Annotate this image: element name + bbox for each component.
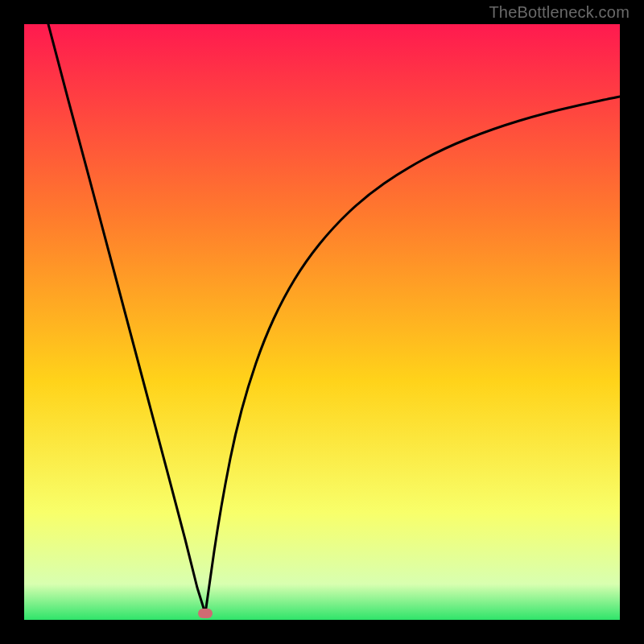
chart-svg [24,24,620,620]
chart-frame: TheBottleneck.com [0,0,644,644]
gradient-bg [24,24,620,620]
watermark-text: TheBottleneck.com [489,3,630,22]
plot-area [24,24,620,620]
notch-marker [198,609,213,618]
